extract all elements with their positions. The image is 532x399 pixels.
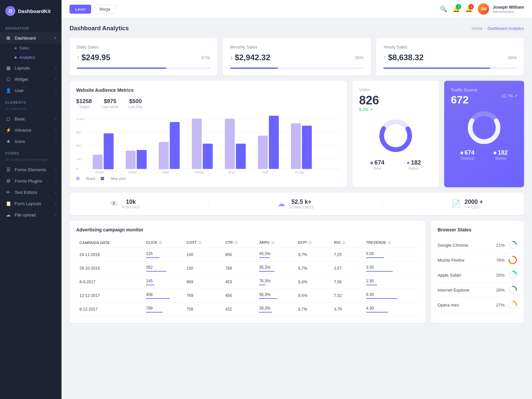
sidebar-item-label: Dashboard (15, 36, 36, 41)
browser-pct: 21% (496, 243, 505, 248)
monthly-sales-bar (230, 67, 363, 69)
svg-rect-18 (225, 119, 235, 169)
forms-sub-label: 40+ Ready To Use From Plugins (0, 157, 62, 164)
sidebar-item-forms-elements[interactable]: ☰ Forms Elements › (0, 164, 62, 175)
sidebar-item-user[interactable]: 👤 User › (0, 85, 62, 96)
col-date: CAMPAIGN DATE (76, 238, 143, 248)
svg-rect-10 (93, 155, 103, 169)
advance-icon: ⚡ (5, 127, 11, 133)
sidebar-item-advance[interactable]: ⚡ Advance › (0, 124, 62, 136)
svg-rect-12 (126, 151, 136, 169)
target-stat: $1258 Target (76, 98, 92, 109)
browser-item: Opera mini27% (438, 298, 517, 313)
text-editors-icon: ✏ (5, 190, 11, 195)
sidebar-item-forms-plugins[interactable]: ⚙ Forms Plugins › (0, 175, 62, 187)
mobile-label: Mobile (494, 156, 508, 160)
browser-donut (508, 300, 517, 310)
svg-rect-13 (137, 150, 147, 169)
forms-section-label: FORMS (0, 147, 62, 157)
svg-rect-21 (269, 116, 279, 169)
sidebar-item-label: Form Layouts (15, 201, 41, 206)
mobile-stat: 182 Mobile (494, 149, 508, 160)
table-cell: 769 (183, 289, 222, 303)
logo-text: DashboardKit (18, 8, 51, 14)
user-role: Administrator (492, 10, 524, 14)
sidebar-logo: D DashboardKit (0, 0, 62, 22)
lastweek-stat: $975 Last week (102, 98, 118, 109)
sidebar-item-layouts[interactable]: ▦ Layouts › (0, 62, 62, 73)
col-cost: COST ⓘ (183, 238, 222, 248)
table-cell: 45,3% (256, 248, 295, 262)
yearly-sales-pct: 80% (508, 55, 517, 60)
nav-section-label: NAVIGATION (0, 22, 62, 32)
svg-text:120: 120 (76, 117, 84, 121)
svg-text:Jun: Jun (227, 171, 235, 174)
sidebar-item-text-editors[interactable]: ✏ Text Editors › (0, 187, 62, 198)
sidebar-item-label: Icons (15, 139, 25, 144)
table-cell: 456 (222, 289, 256, 303)
sidebar-item-form-layouts[interactable]: 📋 Form Layouts › (0, 198, 62, 209)
notifications-button[interactable]: 🔔 3 (453, 5, 460, 13)
alerts-button[interactable]: 🔔 1 (465, 5, 472, 13)
sidebar-item-icons[interactable]: ★ Icons › (0, 136, 62, 147)
avatar: JW (478, 3, 489, 15)
traffic-title: Traffic Source (451, 87, 517, 92)
sidebar-item-file-upload[interactable]: ☁ File upload › (0, 209, 62, 220)
breadcrumb-current: Dashboard Analytics (488, 26, 524, 31)
monthly-sales-title: Monthly Sales (230, 45, 363, 50)
svg-text:Jul: Jul (262, 171, 268, 174)
new-visitors-stat: 674 New (370, 159, 384, 170)
return-label: Return (407, 166, 421, 170)
svg-rect-15 (170, 122, 180, 169)
tab-mega[interactable]: Mega (94, 5, 116, 14)
table-cell: 4:30 (363, 303, 419, 316)
user-info[interactable]: JW Joseph William Administrator (478, 3, 524, 15)
col-trevenue: TREVENUE ⓘ (363, 238, 419, 248)
col-roi: ROI ⓘ (331, 238, 363, 248)
browser-name: Mozila Firefox (438, 258, 465, 263)
table-cell: 28-10-2016 (76, 262, 143, 275)
sidebar: D DashboardKit NAVIGATION ⊞ Dashboard ▾ … (0, 0, 62, 399)
browser-donut (508, 255, 517, 265)
trend-up-icon: ↑ (77, 55, 79, 61)
visitor-title: Visitor (359, 87, 432, 92)
sidebar-sub-item-analytics[interactable]: Analytics (0, 53, 62, 62)
eye-icon: 👁 (110, 200, 118, 208)
tab-level[interactable]: Level (69, 5, 91, 14)
dashboard-icon: ⊞ (5, 35, 11, 41)
browser-name: Opera mini (438, 303, 459, 308)
sidebar-sub-item-sales[interactable]: Sales (0, 44, 62, 53)
sidebar-item-basic[interactable]: ◻ Basic › (0, 113, 62, 124)
breadcrumb-home[interactable]: Home (472, 26, 482, 31)
trend-down-icon: ↓ (230, 55, 233, 61)
chart-svg: 120 90 60 30 0 (76, 114, 340, 174)
legend-brazil-label: Brazil (86, 177, 95, 181)
middle-row: Website Audience Metrics $1258 Target $9… (69, 81, 524, 187)
legend-newyork-dot (101, 177, 104, 180)
table-cell: 6:30 (363, 289, 419, 303)
search-button[interactable]: 🔍 (440, 5, 447, 13)
table-cell: 7,56 (331, 275, 363, 289)
visitor-donut (377, 117, 414, 154)
elements-section-label: ELEMENTS (0, 96, 62, 106)
audience-metrics-card: Website Audience Metrics $1258 Target $9… (69, 81, 347, 187)
chevron-right-icon: › (55, 66, 56, 70)
svg-text:0: 0 (76, 167, 79, 171)
table-cell: 76,3% (256, 275, 295, 289)
main-content: Level Mega 🔍 🔔 3 🔔 1 JW Joseph William A… (62, 0, 532, 399)
table-cell: 150 (183, 262, 222, 275)
chart-legend: Brazil New york (76, 177, 340, 181)
svg-text:90: 90 (76, 131, 82, 134)
files-value: 2000 + (465, 199, 483, 205)
sidebar-item-label: Layouts (15, 66, 30, 70)
widget-icon: ⬡ (5, 76, 11, 82)
table-row: 12-12-201745876945656,3%9,4%7,326:30 (76, 289, 419, 303)
lastday-label: Last Day (128, 105, 143, 109)
daily-sales-card: Daily Sales ↑ $249.95 67% (69, 38, 217, 75)
page-title: Dashboard Analytics (69, 25, 129, 32)
sidebar-item-widget[interactable]: ⬡ Widget › (0, 73, 62, 85)
sidebar-item-dashboard[interactable]: ⊞ Dashboard ▾ (0, 32, 62, 44)
table-row: 8-9-201714586945376,3%6,4%7,561:30 (76, 275, 419, 289)
user-details: Joseph William Administrator (492, 5, 524, 14)
lastweek-value: $975 (102, 98, 118, 105)
